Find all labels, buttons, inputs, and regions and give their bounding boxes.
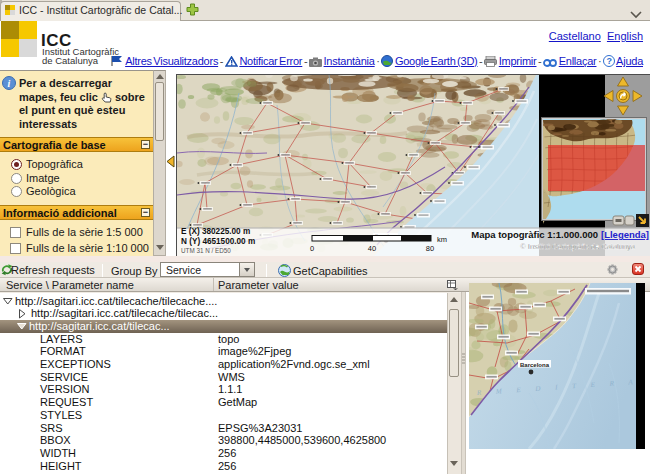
svg-text:40: 40 — [368, 244, 376, 253]
svg-text:E (X) 380225.00 m: E (X) 380225.00 m — [181, 227, 250, 236]
svg-text:0: 0 — [310, 244, 314, 253]
svg-text:UTM 31 N / ED50: UTM 31 N / ED50 — [181, 247, 231, 254]
svg-text:[Llegenda]: [Llegenda] — [601, 229, 649, 240]
svg-text:N (Y) 4651500.00 m: N (Y) 4651500.00 m — [181, 237, 255, 246]
svg-text:© Institut Cartogràfic de Cata: © Institut Cartogràfic de Catalunya — [520, 242, 636, 251]
svg-text:Barcelona: Barcelona — [520, 362, 550, 368]
svg-text:80: 80 — [426, 244, 434, 253]
svg-text:Mapa topogràfic 1:1.000.000: Mapa topogràfic 1:1.000.000 — [471, 229, 598, 240]
svg-text:i: i — [8, 78, 11, 89]
svg-text:km: km — [437, 235, 447, 244]
svg-text:?: ? — [606, 56, 611, 66]
